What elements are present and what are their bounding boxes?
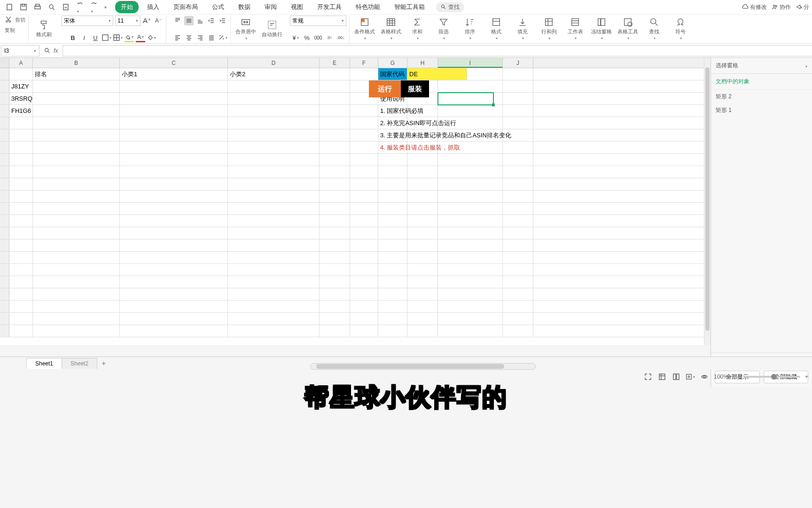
cell[interactable] [378, 215, 407, 227]
row-header[interactable] [0, 117, 9, 129]
cell[interactable] [33, 117, 120, 129]
table-style-button[interactable]: 表格样式 [380, 16, 402, 42]
cell[interactable] [378, 325, 407, 337]
row-header[interactable] [0, 129, 9, 141]
zoom-in-button[interactable]: + [805, 373, 808, 380]
copy-label[interactable]: 复制 [5, 27, 15, 34]
format-painter-button[interactable]: 格式刷 [32, 16, 55, 42]
cell[interactable] [228, 264, 320, 276]
cell[interactable] [503, 264, 533, 276]
cell[interactable] [120, 154, 228, 166]
comma-icon[interactable]: 000 [313, 33, 323, 42]
tab-insert[interactable]: 插入 [141, 1, 165, 13]
cell[interactable] [503, 325, 533, 337]
cell[interactable] [438, 190, 503, 202]
cell[interactable] [33, 252, 120, 263]
cell[interactable]: J81ZY [9, 80, 33, 92]
cell[interactable] [503, 301, 533, 312]
cell[interactable] [407, 288, 438, 300]
cell[interactable] [350, 190, 378, 202]
cell[interactable] [320, 239, 350, 251]
col-I[interactable]: I [438, 58, 503, 68]
cell[interactable] [438, 252, 503, 263]
cell[interactable]: DE [407, 68, 467, 80]
cell[interactable] [467, 68, 503, 80]
cell[interactable] [350, 154, 378, 166]
cell[interactable]: 1. 国家代码必填 [378, 105, 407, 117]
search-box[interactable]: 查找 [436, 2, 464, 12]
cell[interactable] [9, 239, 33, 251]
cell[interactable] [350, 325, 378, 337]
cell[interactable] [378, 288, 407, 300]
fill-button[interactable]: 填充 [511, 16, 534, 42]
cell[interactable] [228, 142, 320, 153]
cell[interactable] [378, 252, 407, 263]
cell[interactable] [378, 178, 407, 190]
cell[interactable] [350, 203, 378, 214]
cell[interactable] [378, 264, 407, 276]
row-header[interactable] [0, 313, 9, 325]
cell[interactable] [120, 276, 228, 288]
cell[interactable] [503, 154, 533, 166]
cell[interactable] [320, 80, 350, 92]
cell[interactable] [378, 239, 407, 251]
share-button[interactable]: 分 [796, 3, 809, 11]
italic-button[interactable]: I [79, 33, 89, 42]
cell[interactable] [120, 301, 228, 312]
align-bottom-icon[interactable] [195, 16, 205, 25]
eye-icon[interactable] [700, 372, 709, 381]
tab-devtools[interactable]: 开发工具 [312, 1, 347, 13]
align-middle-icon[interactable] [184, 16, 194, 25]
cell[interactable] [350, 276, 378, 288]
cell[interactable] [33, 276, 120, 288]
cell[interactable] [33, 129, 120, 141]
cell[interactable] [9, 190, 33, 202]
cell[interactable] [228, 325, 320, 337]
cell-style-button[interactable] [113, 33, 123, 42]
cell[interactable] [350, 227, 378, 239]
cell[interactable] [228, 288, 320, 300]
cell[interactable] [503, 276, 533, 288]
cell[interactable] [407, 166, 438, 178]
cell[interactable] [320, 301, 350, 312]
cell[interactable]: FH1G6 [9, 105, 33, 117]
cell[interactable] [438, 154, 503, 166]
number-format-select[interactable]: 常规▾ [290, 16, 346, 26]
tab-pagelayout[interactable]: 页面布局 [168, 1, 203, 13]
cell[interactable] [407, 239, 438, 251]
run-button-shape[interactable]: 运行 [369, 80, 401, 97]
tab-view[interactable]: 视图 [285, 1, 309, 13]
merge-center-button[interactable]: 合并居中 [234, 16, 257, 42]
cell[interactable] [438, 264, 503, 276]
tab-smart[interactable]: 智能工具箱 [389, 1, 430, 13]
row-header[interactable] [0, 239, 9, 251]
cell[interactable] [438, 239, 503, 251]
cell[interactable] [33, 93, 120, 104]
cell[interactable] [9, 203, 33, 214]
cell[interactable] [228, 93, 320, 104]
cell[interactable] [438, 203, 503, 214]
cell[interactable] [350, 239, 378, 251]
row-header[interactable] [0, 301, 9, 312]
cell[interactable] [320, 276, 350, 288]
cell[interactable] [33, 142, 120, 153]
cell[interactable] [9, 117, 33, 129]
shape-item-2[interactable]: 矩形 1 [711, 103, 812, 117]
sum-button[interactable]: 求和 [406, 16, 429, 42]
cell[interactable] [320, 313, 350, 325]
row-col-button[interactable]: 行和列 [538, 16, 560, 42]
cell[interactable] [9, 142, 33, 153]
cell[interactable] [120, 264, 228, 276]
row-header[interactable] [0, 166, 9, 178]
col-H[interactable]: H [407, 58, 438, 68]
cell[interactable] [228, 178, 320, 190]
cell[interactable] [438, 166, 503, 178]
cell[interactable] [503, 190, 533, 202]
cell[interactable] [120, 215, 228, 227]
table-tools-button[interactable]: 表格工具 [617, 16, 639, 42]
cell[interactable] [350, 142, 378, 153]
cell[interactable] [228, 301, 320, 312]
cell[interactable] [320, 178, 350, 190]
view-custom-icon[interactable] [686, 372, 695, 381]
cell[interactable] [320, 264, 350, 276]
